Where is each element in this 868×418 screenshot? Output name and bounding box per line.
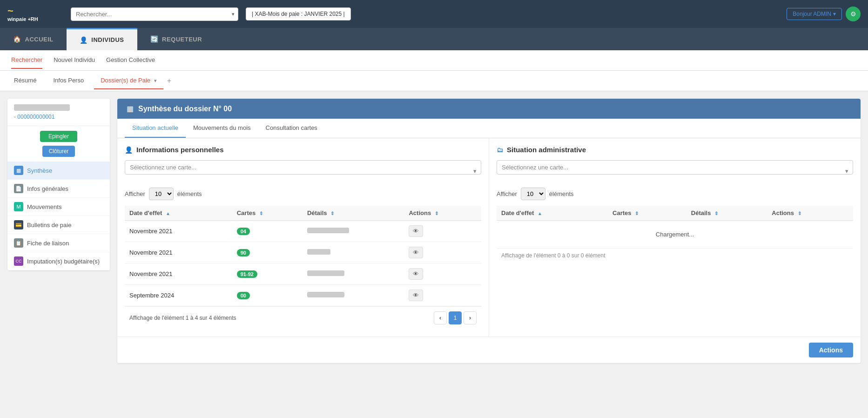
cell-actions-3: 👁 — [404, 285, 481, 306]
no-data-text: Affichage de l'élément 0 à 0 sur 0 éléme… — [497, 249, 853, 263]
eye-button-1[interactable]: 👁 — [409, 247, 423, 258]
page-prev-perso[interactable]: ‹ — [434, 311, 447, 324]
sort-details-admin-icon[interactable]: ⇕ — [714, 211, 718, 216]
sidebar-item-infos-generales[interactable]: 📄 Infos générales — [7, 180, 110, 198]
th-date-effet-perso: Date d'effet ▲ — [125, 206, 232, 221]
nav-item-requeteur[interactable]: 🔄 REQUETEUR — [137, 28, 215, 50]
details-blur-3 — [307, 292, 344, 297]
cell-date-3: Septembre 2024 — [125, 285, 232, 306]
sort-actions-admin-icon[interactable]: ⇕ — [798, 211, 801, 216]
badge-2: 91-92 — [237, 270, 257, 278]
admin-icon: 🗂 — [497, 146, 503, 154]
subnav-rechercher[interactable]: Rechercher — [11, 52, 42, 69]
select-carte-perso-wrapper: Sélectionnez une carte... — [125, 160, 481, 181]
nav-item-accueil[interactable]: 🏠 ACCUEIL — [0, 28, 67, 50]
afficher-select-perso[interactable]: 10 25 50 — [149, 188, 174, 200]
th-cartes-admin: Cartes ⇕ — [608, 206, 686, 221]
requeteur-icon: 🔄 — [150, 35, 159, 43]
cloturer-button[interactable]: Clôturer — [42, 146, 75, 157]
dossier-tab-consultation[interactable]: Consultation cartes — [258, 119, 325, 138]
logo-area: ~ winpaie +RH — [7, 6, 63, 22]
select-carte-perso[interactable]: Sélectionnez une carte... — [125, 160, 481, 175]
tab-resume[interactable]: Résumé — [7, 72, 43, 89]
sidebar-item-bulletins[interactable]: 💳 Bulletins de paie — [7, 216, 110, 234]
dossier-tab-situation[interactable]: Situation actuelle — [125, 119, 186, 138]
sort-date-icon[interactable]: ▲ — [166, 211, 170, 216]
main-content: ▦ Synthèse du dossier N° 00 Situation ac… — [117, 99, 861, 418]
sidebar-actions: Epingler Clôturer — [7, 126, 110, 162]
eye-button-2[interactable]: 👁 — [409, 268, 423, 280]
eye-button-0[interactable]: 👁 — [409, 225, 423, 237]
nav-item-individus[interactable]: 👤 INDIVIDUS — [67, 28, 137, 50]
cell-actions-1: 👁 — [404, 242, 481, 263]
afficher-row-admin: Afficher 10 25 50 éléments — [497, 188, 853, 200]
cell-badge-0: 04 — [232, 221, 303, 242]
cell-badge-3: 00 — [232, 285, 303, 306]
select-carte-admin-wrapper: Sélectionnez une carte... — [497, 160, 853, 181]
imputation-icon: CC — [14, 256, 23, 266]
sidebar-item-imputation[interactable]: CC Imputation(s) budgétaire(s) — [7, 252, 110, 270]
section-situation-admin-title: 🗂 Situation administrative — [497, 146, 853, 154]
sidebar-item-synthese[interactable]: ▦ Synthèse — [7, 162, 110, 180]
table-row: Novembre 2021 90 👁 — [125, 242, 481, 263]
th-date-effet-admin: Date d'effet ▲ — [497, 206, 608, 221]
badge-0: 04 — [237, 228, 250, 235]
subnav-gestion-collective[interactable]: Gestion Collective — [106, 52, 155, 69]
month-badge: | XAB-Mois de paie : JANVIER 2025 | — [246, 7, 351, 20]
situation-admin-label: Situation administrative — [507, 146, 586, 154]
table-perso-footer-text: Affichage de l'élément 1 à 4 sur 4 éléme… — [129, 315, 236, 321]
search-bar: ▾ — [71, 7, 238, 21]
search-dropdown-arrow[interactable]: ▾ — [232, 11, 235, 17]
infos-perso-label: Informations personnelles — [136, 146, 224, 154]
sort-date-admin-icon[interactable]: ▲ — [538, 211, 542, 216]
col-situation-admin: 🗂 Situation administrative Sélectionnez … — [489, 138, 861, 337]
afficher-label-perso: Afficher — [125, 190, 145, 197]
cell-details-3 — [303, 285, 404, 306]
afficher-select-admin[interactable]: 10 25 50 — [521, 188, 545, 200]
actions-button[interactable]: Actions — [809, 343, 853, 357]
table-infos-perso: Date d'effet ▲ Cartes ⇕ Détails ⇕ — [125, 206, 481, 306]
user-icon: 👤 — [80, 36, 88, 44]
tab-infos-perso[interactable]: Infos Perso — [47, 72, 90, 89]
sidebar-item-fiche-liaison[interactable]: 📋 Fiche de liaison — [7, 234, 110, 252]
search-input[interactable] — [71, 7, 238, 21]
bonjour-label: Bonjour ADMIN — [793, 11, 831, 17]
dossier-tabs: Situation actuelle Mouvements du mois Co… — [117, 119, 861, 138]
sidebar-item-mouvements[interactable]: M Mouvements — [7, 198, 110, 216]
sidebar-label-mouvements: Mouvements — [27, 203, 61, 210]
sort-cartes-icon[interactable]: ⇕ — [259, 211, 263, 216]
actions-area: Actions — [117, 337, 861, 363]
afficher-row-perso: Afficher 10 25 50 éléments — [125, 188, 481, 200]
elements-label-admin: éléments — [549, 190, 574, 197]
epingler-button[interactable]: Epingler — [40, 131, 77, 142]
select-carte-admin[interactable]: Sélectionnez une carte... — [497, 160, 853, 175]
sidebar-label-synthese: Synthèse — [27, 167, 52, 174]
page-1-perso[interactable]: 1 — [449, 311, 462, 324]
chevron-down-icon: ▾ — [833, 11, 836, 17]
bonjour-button[interactable]: Bonjour ADMIN ▾ — [787, 8, 842, 20]
tab-dossiers-paie[interactable]: Dossier(s) de Paie ▾ — [94, 72, 163, 89]
cell-actions-0: 👁 — [404, 221, 481, 242]
dossier-tab-mouvements[interactable]: Mouvements du mois — [186, 119, 258, 138]
nav-label-requeteur: REQUETEUR — [162, 36, 202, 43]
table-perso-footer: Affichage de l'élément 1 à 4 sur 4 éléme… — [125, 306, 481, 329]
settings-button[interactable]: ⚙ — [846, 7, 861, 21]
tab-add-button[interactable]: + — [167, 77, 171, 85]
bulletins-icon: 💳 — [14, 220, 23, 229]
sidebar-header: - 000000000001 — [7, 99, 110, 126]
cell-details-1 — [303, 242, 404, 263]
infos-generales-icon: 📄 — [14, 184, 23, 193]
sort-details-icon[interactable]: ⇕ — [330, 211, 334, 216]
tabs-row: Résumé Infos Perso Dossier(s) de Paie ▾ … — [0, 71, 868, 91]
th-details-admin: Détails ⇕ — [686, 206, 767, 221]
top-nav-right: Bonjour ADMIN ▾ ⚙ — [787, 7, 861, 21]
eye-button-3[interactable]: 👁 — [409, 290, 423, 301]
cell-date-0: Novembre 2021 — [125, 221, 232, 242]
subnav-nouvel-individu[interactable]: Nouvel Individu — [54, 52, 95, 69]
sort-actions-icon[interactable]: ⇕ — [435, 211, 438, 216]
sidebar-label-imputation: Imputation(s) budgétaire(s) — [27, 258, 100, 265]
sort-cartes-admin-icon[interactable]: ⇕ — [635, 211, 639, 216]
pagination-perso: ‹ 1 › — [434, 311, 477, 324]
page-next-perso[interactable]: › — [464, 311, 477, 324]
sidebar-name-blur — [14, 104, 70, 111]
